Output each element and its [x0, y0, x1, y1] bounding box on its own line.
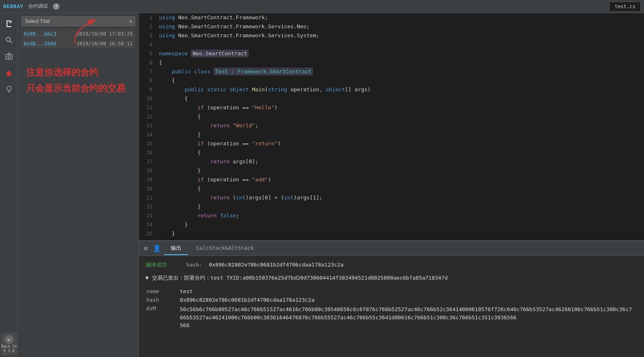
row-value-hash: 0x896c82802e786c0681b2df4706cdaa178a123c… — [180, 296, 637, 304]
hash-label: hash: — [186, 262, 202, 268]
tx-hash: 0xd8...5b9d — [24, 41, 56, 47]
code-line: 8 { — [139, 76, 644, 85]
code-line: 4 — [139, 40, 644, 49]
code-line: 24 } — [139, 220, 644, 229]
code-line: 18 } — [139, 166, 644, 175]
stack-icon[interactable]: ≡ — [142, 243, 150, 254]
code-area[interactable]: 1 using Neo.SmartContract.Framework; 2 u… — [139, 13, 644, 240]
compile-success-row: 编译成功 hash: 0x896c82802e786c0681b2df4706c… — [145, 261, 637, 269]
file-tab[interactable]: test.cs — [609, 2, 641, 11]
annotation-title: 注意你选择的合约 — [26, 66, 125, 79]
code-line: 15 if (operation == "return") — [139, 139, 644, 148]
code-line: 11 if (operation == "Hello") — [139, 103, 644, 112]
txid-select[interactable]: Select TxId0x99...bbc3 2019/10/08 17:03:… — [21, 16, 135, 26]
table-row: AVM 56c56b6c766b00527ac46c766b51527ac461… — [146, 305, 637, 330]
sidebar-icon-search[interactable] — [2, 33, 16, 47]
svg-rect-2 — [7, 26, 11, 27]
compile-success-label: 编译成功 — [145, 262, 167, 268]
row-value-name: test — [180, 287, 637, 295]
tx-time: 2019/10/08 16:58:11 — [77, 41, 133, 47]
code-line: 3 using Neo.SmartContract.Framework.Serv… — [139, 31, 644, 40]
tab-calcstack[interactable]: CalcStack&AltStack — [190, 242, 261, 254]
code-line: 1 using Neo.SmartContract.Framework; — [139, 13, 644, 22]
main-area: ● ← Back ToV 1.0 Select TxId0x99...bbc3 … — [0, 13, 644, 357]
svg-rect-1 — [7, 20, 7, 27]
bottom-content: 编译成功 hash: 0x896c82802e786c0681b2df4706c… — [139, 256, 644, 357]
sidebar-bottom: ← Back ToV 1.0 — [0, 332, 18, 357]
brand-label: NEORAY — [3, 4, 23, 9]
row-label-avm: AVM — [146, 305, 179, 330]
row-label-name: name — [146, 287, 179, 295]
svg-line-6 — [10, 41, 12, 43]
output-table: name test hash 0x896c82802e786c0681b2df4… — [145, 287, 637, 331]
hash-value: 0x896c82802e786c0681b2df4706cdaa178a123c… — [209, 262, 344, 268]
title-bar: NEORAY 合约调试 ? test.cs — [0, 0, 644, 13]
code-line: 5 namespace Neo.SmartContract — [139, 49, 644, 58]
tab-output[interactable]: 输出 — [164, 242, 188, 255]
contract-debug-label: 合约调试 — [28, 3, 48, 10]
code-line: 19 if (operation == "add") — [139, 175, 644, 184]
back-to-button[interactable]: ← Back ToV 1.0 — [1, 332, 17, 355]
code-line: 6 { — [139, 58, 644, 67]
svg-point-8 — [8, 56, 10, 58]
code-line: 13 return "World"; — [139, 121, 644, 130]
person-icon[interactable]: 👤 — [151, 243, 163, 254]
svg-rect-7 — [6, 54, 12, 59]
code-line: 12 { — [139, 112, 644, 121]
code-line: 9 public static object Main(string opera… — [139, 85, 644, 94]
txid-select-wrapper: Select TxId0x99...bbc3 2019/10/08 17:03:… — [21, 16, 135, 26]
bottom-panel: ≡ 👤 输出 CalcStack&AltStack 编译成功 hash: 0x8… — [139, 240, 644, 357]
help-icon[interactable]: ? — [53, 3, 59, 10]
table-row: hash 0x896c82802e786c0681b2df4706cdaa178… — [146, 296, 637, 304]
code-line: 17 return args[0]; — [139, 157, 644, 166]
sidebar: ● ← Back ToV 1.0 — [0, 13, 18, 357]
tx-item[interactable]: 0x99...bbc3 2019/10/08 17:03:25 — [21, 29, 135, 38]
code-line: 22 } — [139, 202, 644, 211]
back-to-label: Back ToV 1.0 — [1, 344, 17, 353]
code-line: 14 } — [139, 130, 644, 139]
tx-hash: 0x99...bbc3 — [24, 31, 56, 37]
left-panel: Select TxId0x99...bbc3 2019/10/08 17:03:… — [18, 13, 139, 357]
code-line: 23 return false; — [139, 211, 644, 220]
code-editor: 1 using Neo.SmartContract.Framework; 2 u… — [139, 13, 644, 357]
sidebar-icon-file[interactable] — [2, 16, 16, 31]
annotation-body: 只会显示当前合约的交易 — [26, 82, 125, 95]
code-line: 21 return (int)args[0] + (int)args[1]; — [139, 193, 644, 202]
svg-point-5 — [6, 37, 10, 41]
annotation-text: 注意你选择的合约 只会显示当前合约的交易 — [26, 66, 125, 95]
tx-time: 2019/10/08 17:03:25 — [77, 31, 133, 37]
bottom-tabs: ≡ 👤 输出 CalcStack&AltStack — [139, 241, 644, 256]
code-line: 20 { — [139, 184, 644, 193]
code-line: 2 using Neo.SmartContract.Framework.Serv… — [139, 22, 644, 31]
back-arrow-icon: ← — [5, 335, 14, 344]
row-label-hash: hash — [146, 296, 179, 304]
tx-list: 0x99...bbc3 2019/10/08 17:03:25 0xd8...5… — [21, 29, 135, 48]
sidebar-icon-camera[interactable] — [2, 49, 16, 64]
row-value-avm: 56c56b6c766b00527ac46c766b51527ac4616c76… — [180, 305, 637, 330]
sidebar-icon-bug[interactable]: ● — [2, 66, 16, 80]
tx-deployed-row: ▼ 交易已发出：部署合约：test TXID:a00b150376e25d7bd… — [145, 274, 637, 282]
code-line: 25 } — [139, 229, 644, 238]
code-line: 16 { — [139, 148, 644, 157]
code-line: 10 { — [139, 94, 644, 103]
table-row: name test — [146, 287, 637, 295]
sidebar-icon-lightbulb[interactable] — [2, 82, 16, 97]
code-line: 7 public class Test : Framework.SmartCon… — [139, 67, 644, 76]
tx-deployed-info: ▼ 交易已发出：部署合约：test TXID:a00b150376e25d7bd… — [145, 275, 448, 281]
tx-item[interactable]: 0xd8...5b9d 2019/10/08 16:58:11 — [21, 39, 135, 48]
